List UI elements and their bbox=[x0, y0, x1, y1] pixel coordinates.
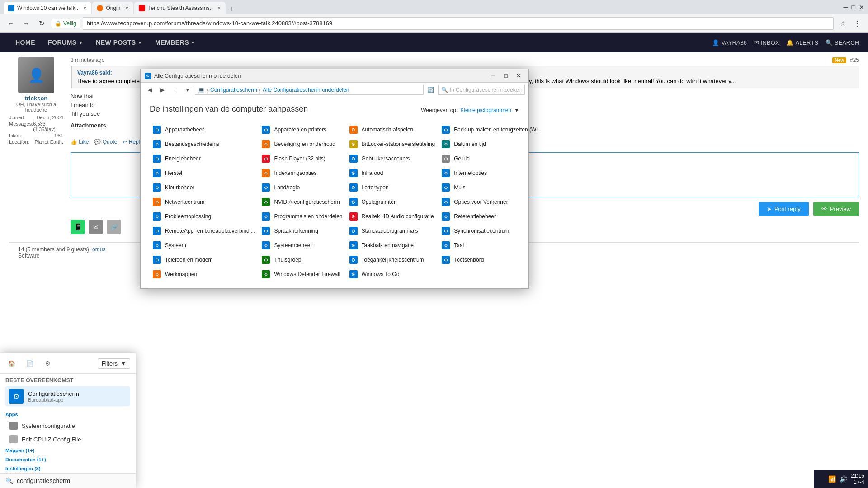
cp-item[interactable]: ⚙Referentiebeheer bbox=[439, 210, 547, 223]
win-breadcrumb[interactable]: 💻 › Configuratiescherm › Alle Configurat… bbox=[195, 85, 424, 95]
reply-action[interactable]: ↩ Reply bbox=[123, 139, 142, 145]
nav-alerts[interactable]: 🔔 ALERTS bbox=[786, 39, 818, 46]
win-view-toggle[interactable]: Weergeven op: Kleine pictogrammen ▼ bbox=[421, 107, 519, 113]
cp-item[interactable]: ⚙Windows Defender Firewall bbox=[259, 267, 345, 281]
cp-item[interactable]: ⚙RemoteApp- en bureaubladverbindi... bbox=[150, 224, 258, 238]
tab-win10[interactable]: Windows 10 can we talk.. ✕ bbox=[4, 2, 91, 14]
search-app-cpuz[interactable]: Edit CPU-Z Config File bbox=[0, 432, 136, 446]
settings-button[interactable]: ⋮ bbox=[851, 17, 863, 30]
cp-item[interactable]: ⚙Systeem bbox=[150, 239, 258, 252]
cp-item[interactable]: ⚙Automatisch afspelen bbox=[346, 123, 438, 136]
win-up-button[interactable]: ↑ bbox=[170, 84, 180, 95]
post-reply-button[interactable]: ➤ Post reply bbox=[759, 202, 809, 216]
settings-category[interactable]: Instellingen (3) bbox=[0, 464, 136, 473]
cp-item[interactable]: ⚙Synchronisatiecentrum bbox=[439, 224, 547, 238]
share-email[interactable]: ✉ bbox=[89, 220, 103, 234]
cp-item[interactable]: ⚙Netwerkcentrum bbox=[150, 195, 258, 209]
like-action[interactable]: 👍 Like bbox=[71, 139, 89, 145]
preview-button[interactable]: 👁 Preview bbox=[813, 202, 859, 216]
cp-item[interactable]: ⚙Realtek HD Audio configuratie bbox=[346, 210, 438, 223]
cp-item[interactable]: ⚙Probleemoplossing bbox=[150, 210, 258, 223]
cp-item[interactable]: ⚙Geluid bbox=[439, 152, 547, 165]
new-tab-button[interactable]: + bbox=[226, 4, 237, 14]
cp-item[interactable]: ⚙Windows To Go bbox=[346, 267, 438, 281]
search-app-systeemconfig[interactable]: Systeemconfiguratie bbox=[0, 419, 136, 432]
tab-win10-close[interactable]: ✕ bbox=[83, 5, 87, 11]
win-minimize-button[interactable]: ─ bbox=[487, 70, 500, 82]
cp-item[interactable]: ⚙Spraakherkenning bbox=[259, 224, 345, 238]
close-button[interactable]: ✕ bbox=[859, 4, 864, 11]
tab-yt[interactable]: Tenchu Stealth Assassins.. ✕ bbox=[134, 2, 226, 14]
minimize-button[interactable]: ─ bbox=[844, 4, 848, 11]
bookmark-button[interactable]: ☆ bbox=[836, 17, 849, 30]
cp-item[interactable]: ⚙Internetopties bbox=[439, 166, 547, 180]
back-button[interactable]: ← bbox=[5, 17, 17, 30]
cp-item[interactable]: ⚙Werkmappen bbox=[150, 267, 258, 281]
cp-item[interactable]: ⚙NVIDIA-configuratiescherm bbox=[259, 195, 345, 209]
nav-members[interactable]: MEMBERS ▼ bbox=[149, 33, 202, 52]
forward-button[interactable]: → bbox=[20, 17, 33, 30]
nav-forums[interactable]: FORUMS ▼ bbox=[42, 33, 90, 52]
cp-item[interactable]: ⚙Infrarood bbox=[346, 166, 438, 180]
cp-item[interactable]: ⚙Lettertypen bbox=[346, 181, 438, 194]
cp-item[interactable]: ⚙Bestandsgeschiedenis bbox=[150, 137, 258, 151]
breadcrumb-control-panel[interactable]: Configuratiescherm bbox=[210, 87, 257, 93]
address-bar[interactable] bbox=[83, 17, 834, 30]
cp-item[interactable]: ⚙Beveiliging en onderhoud bbox=[259, 137, 345, 151]
documents-category[interactable]: Documenten (1+) bbox=[0, 455, 136, 464]
home-icon-btn[interactable]: 🏠 bbox=[5, 357, 18, 370]
search-input[interactable] bbox=[17, 477, 130, 484]
cp-item[interactable]: ⚙Datum en tijd bbox=[439, 137, 547, 151]
win-refresh-button[interactable]: 🔄 bbox=[425, 84, 436, 95]
cp-item[interactable]: ⚙Energiebeheer bbox=[150, 152, 258, 165]
cp-item[interactable]: ⚙Back-up maken en terugzetten (Win... bbox=[439, 123, 547, 136]
file-icon-btn[interactable]: 📄 bbox=[24, 357, 36, 370]
cp-item[interactable]: ⚙Kleurbeheer bbox=[150, 181, 258, 194]
breadcrumb-all[interactable]: Alle Configuratiescherm-onderdelen bbox=[263, 87, 349, 93]
tab-yt-close[interactable]: ✕ bbox=[217, 5, 221, 11]
folders-category[interactable]: Mappen (1+) bbox=[0, 446, 136, 455]
cp-item[interactable]: ⚙Standaardprogramma's bbox=[346, 224, 438, 238]
cp-item[interactable]: ⚙Taal bbox=[439, 239, 547, 252]
apps-category[interactable]: Apps bbox=[0, 410, 136, 419]
nav-new-posts[interactable]: NEW POSTS ▼ bbox=[90, 33, 149, 52]
best-match-result[interactable]: ⚙ Configuratiescherm Bureaublad-app bbox=[5, 386, 130, 406]
maximize-button[interactable]: □ bbox=[852, 4, 855, 11]
cp-item[interactable]: ⚙BitLocker-stationsversleuteling bbox=[346, 137, 438, 151]
gear-icon-btn[interactable]: ⚙ bbox=[42, 357, 54, 370]
tab-origin[interactable]: Origin ✕ bbox=[92, 2, 133, 14]
share-whatsapp[interactable]: 📱 bbox=[71, 220, 85, 234]
win-back-button[interactable]: ◀ bbox=[144, 84, 155, 95]
win-recent-button[interactable]: ▼ bbox=[182, 84, 193, 95]
reload-button[interactable]: ↻ bbox=[35, 17, 48, 30]
cp-item[interactable]: ⚙Opslagruimten bbox=[346, 195, 438, 209]
nav-search[interactable]: 🔍 SEARCH bbox=[826, 39, 859, 46]
footer-user[interactable]: omus bbox=[92, 246, 105, 253]
share-link[interactable]: 🔗 bbox=[107, 220, 121, 234]
win-forward-button[interactable]: ▶ bbox=[157, 84, 168, 95]
cp-item[interactable]: ⚙Gebruikersaccounts bbox=[346, 152, 438, 165]
quote-action[interactable]: 💬 Quote bbox=[94, 139, 117, 145]
nav-inbox[interactable]: ✉ INBOX bbox=[754, 39, 779, 46]
cp-item[interactable]: ⚙Apparaatbeheer bbox=[150, 123, 258, 136]
cp-item[interactable]: ⚙Taakbalk en navigatie bbox=[346, 239, 438, 252]
cp-item[interactable]: ⚙Muis bbox=[439, 181, 547, 194]
cp-item[interactable]: ⚙Indexeringsopties bbox=[259, 166, 345, 180]
win-close-button[interactable]: ✕ bbox=[512, 70, 525, 82]
cp-item[interactable]: ⚙Thuisgroep bbox=[259, 253, 345, 267]
tab-origin-close[interactable]: ✕ bbox=[125, 5, 129, 11]
nav-user[interactable]: 👤 VAYRA86 bbox=[712, 39, 747, 46]
cp-item[interactable]: ⚙Flash Player (32 bits) bbox=[259, 152, 345, 165]
post-author-name[interactable]: trickson bbox=[25, 95, 48, 102]
cp-item[interactable]: ⚙Opties voor Verkenner bbox=[439, 195, 547, 209]
cp-item[interactable]: ⚙Systeembeheer bbox=[259, 239, 345, 252]
cp-item[interactable]: ⚙Programma's en onderdelen bbox=[259, 210, 345, 223]
nav-home[interactable]: HOME bbox=[9, 33, 42, 52]
cp-item[interactable]: ⚙Herstel bbox=[150, 166, 258, 180]
cp-item[interactable]: ⚙Toegankelijkheidscentrum bbox=[346, 253, 438, 267]
win-maximize-button[interactable]: □ bbox=[500, 70, 512, 82]
filter-button[interactable]: Filters ▼ bbox=[98, 358, 130, 369]
cp-item[interactable]: ⚙Toetsenbord bbox=[439, 253, 547, 267]
cp-item[interactable]: ⚙Land/regio bbox=[259, 181, 345, 194]
cp-item[interactable]: ⚙Telefoon en modem bbox=[150, 253, 258, 267]
